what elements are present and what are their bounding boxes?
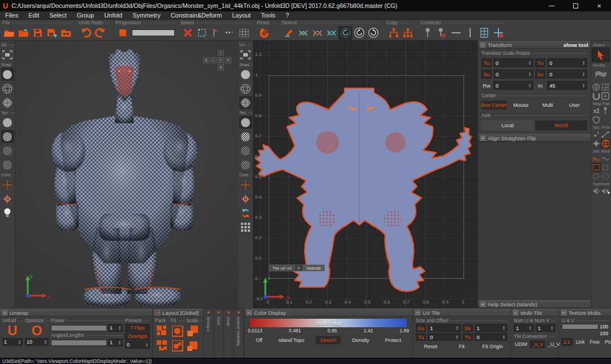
uv-tile-fit-origin-button[interactable]: Fit Origin xyxy=(477,343,507,350)
visib-strip[interactable]: +Visib. xyxy=(224,309,234,358)
edge-select-icon[interactable] xyxy=(601,130,610,139)
spinner[interactable]: ▲▼ xyxy=(528,83,531,88)
align-straighten-flip-header[interactable]: + Align Straighten Flip xyxy=(478,134,591,142)
center-user-button[interactable]: User xyxy=(562,101,587,110)
grid-strip[interactable]: +Grid xyxy=(214,309,224,358)
t-flips-button[interactable]: T Flips xyxy=(125,324,150,332)
shaded-sphere-icon[interactable] xyxy=(1,68,14,81)
dots-select-icon[interactable] xyxy=(223,26,237,40)
spinner[interactable]: ▲▼ xyxy=(118,326,121,330)
shield-icon[interactable] xyxy=(592,115,601,124)
vline-constraint-icon[interactable] xyxy=(463,26,477,40)
island-select-icon[interactable] xyxy=(601,139,610,148)
pack-icon[interactable] xyxy=(155,324,169,338)
checker-texture-dim2-icon[interactable] xyxy=(1,158,14,171)
collapse-icon[interactable]: − xyxy=(2,310,7,315)
center-mouse-button[interactable]: Mouse xyxy=(508,101,533,110)
uv-tile-reset-button[interactable]: Reset xyxy=(416,343,446,350)
spinner[interactable]: ▲▼ xyxy=(502,326,505,330)
spinner[interactable]: ▲▼ xyxy=(456,335,459,339)
unweld-icon[interactable] xyxy=(324,26,338,40)
center-multi-button[interactable]: Multi xyxy=(535,101,561,110)
sv-tile-field[interactable]: 1▲▼ xyxy=(475,324,508,332)
stop-icon[interactable] xyxy=(115,26,130,40)
brush-wave-orange-icon[interactable] xyxy=(592,154,601,163)
menu-edit[interactable]: Edit xyxy=(23,12,44,19)
angles-lengths-slider[interactable] xyxy=(51,340,107,346)
center-box-center-button[interactable]: Box Center xyxy=(481,101,507,110)
circle-seam-1-icon[interactable] xyxy=(338,26,352,40)
axis-local-button[interactable]: Local xyxy=(481,120,534,131)
link-button[interactable]: Link xyxy=(574,339,587,345)
spinner[interactable]: ▲▼ xyxy=(529,326,532,330)
uv-checker-texture-icon[interactable] xyxy=(239,130,252,143)
sphere-grid-icon[interactable] xyxy=(592,83,601,92)
center-selection-icon[interactable] xyxy=(1,192,14,205)
texture-u-slider[interactable] xyxy=(562,324,599,330)
point-select-icon[interactable] xyxy=(592,130,601,139)
viewport-3d[interactable]: T B L F R B y x xyxy=(15,41,238,308)
frame-all-icon[interactable] xyxy=(1,48,14,61)
fit-alt-icon[interactable] xyxy=(171,339,185,353)
undo-icon[interactable] xyxy=(79,26,93,40)
spinner[interactable]: ▲▼ xyxy=(118,340,121,345)
rect-marquee-icon[interactable] xyxy=(592,163,601,172)
angles-lengths-field[interactable]: 1▲▼ xyxy=(108,339,123,346)
maximize-button[interactable] xyxy=(563,0,587,11)
unfold-button[interactable]: U xyxy=(2,324,23,337)
menu-files[interactable]: Files xyxy=(0,12,23,19)
uv-lower-button[interactable]: _u_v xyxy=(530,340,545,348)
view-bottom-button[interactable]: B xyxy=(218,64,224,71)
color-off-button[interactable]: Off xyxy=(251,336,267,344)
expand-icon[interactable]: + xyxy=(237,310,240,315)
uv-grid-toggle-icon[interactable] xyxy=(239,220,252,233)
mirror-add-icon[interactable] xyxy=(601,187,610,196)
export-scene-icon[interactable] xyxy=(59,26,73,40)
tv-tile-field[interactable]: 0▲▼ xyxy=(475,333,508,341)
spinner[interactable]: ▲▼ xyxy=(528,60,531,65)
expand-icon[interactable]: + xyxy=(480,136,485,141)
square-dot-icon[interactable] xyxy=(601,92,610,101)
menu-layout[interactable]: Layout xyxy=(227,12,256,19)
paste-uv-icon[interactable] xyxy=(401,26,415,40)
color-density-button[interactable]: Density xyxy=(347,336,373,344)
su-tile-field[interactable]: 1▲▼ xyxy=(428,324,461,332)
power-field[interactable]: 1▲▼ xyxy=(108,324,123,332)
color-island-topo-button[interactable]: Island Topo xyxy=(274,336,309,344)
num-v-field[interactable]: 1▲▼ xyxy=(536,324,556,332)
show-tool-button[interactable]: show tool xyxy=(563,42,588,48)
spinner[interactable]: ▲▼ xyxy=(44,340,47,344)
pack-alt-icon[interactable] xyxy=(155,339,169,353)
optimize-button[interactable]: O xyxy=(25,324,49,337)
clear-constraint-icon[interactable] xyxy=(491,26,505,40)
circle-seam-3-icon[interactable] xyxy=(367,26,381,40)
uv-refresh-icon[interactable] xyxy=(239,206,252,219)
uv-tile-header[interactable]: − UV Tile xyxy=(413,309,510,317)
plain-texture-icon[interactable] xyxy=(1,116,14,129)
grid-constraint-icon[interactable] xyxy=(477,26,491,40)
box-select-icon[interactable] xyxy=(195,26,209,40)
uv-viewport[interactable]: Tile u0 v0 X Islands v u 1.110.90.80.70.… xyxy=(253,41,477,308)
ratio-1-1-button[interactable]: 1:1 xyxy=(561,338,573,346)
expand-icon[interactable]: + xyxy=(207,310,210,315)
weld-icon[interactable] xyxy=(296,26,310,40)
copy-uv-icon[interactable] xyxy=(386,26,401,40)
overlaps-button[interactable]: Overlaps xyxy=(125,332,150,340)
color-protect-button[interactable]: Protect xyxy=(380,336,406,344)
circle-marquee-icon[interactable] xyxy=(601,172,610,181)
pencil-seam-icon[interactable] xyxy=(282,26,296,40)
collapse-icon[interactable]: − xyxy=(513,310,518,315)
view-back-button[interactable]: B xyxy=(203,57,209,63)
scale-down-icon[interactable] xyxy=(186,339,200,353)
menu-symmetry[interactable]: Symmetry xyxy=(127,12,166,19)
view-front-button[interactable]: F xyxy=(218,57,224,63)
menu-tools[interactable]: Tools xyxy=(256,12,281,19)
color-stretch-button[interactable]: Stretch xyxy=(316,336,341,344)
spinner[interactable]: ▲▼ xyxy=(528,72,531,76)
sv-field[interactable]: 0▲▼ xyxy=(547,70,587,79)
reset-icon[interactable] xyxy=(257,26,271,40)
mesh-distort-icon[interactable] xyxy=(601,83,610,92)
x2-toggle[interactable]: x2 xyxy=(592,106,601,115)
spinner[interactable]: ▲▼ xyxy=(18,340,21,344)
num-u-field[interactable]: 1▲▼ xyxy=(514,324,534,332)
